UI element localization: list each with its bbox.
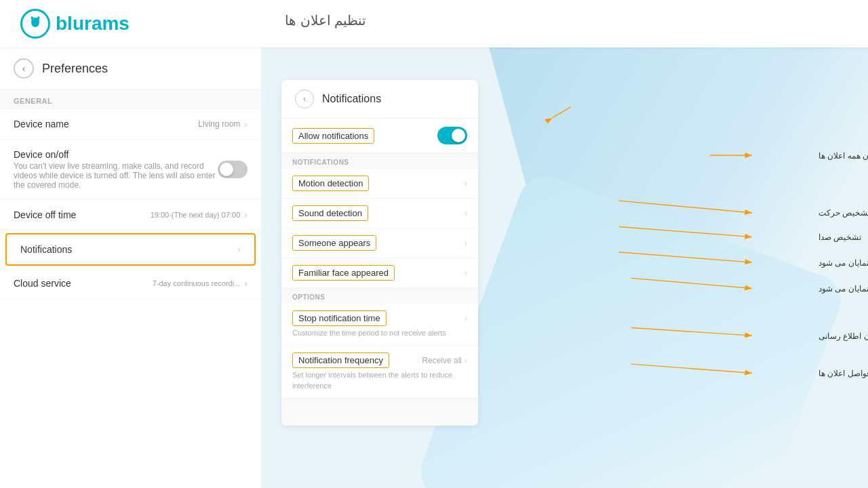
back-button[interactable]: ‹: [14, 58, 34, 79]
device-onoff-sub: You can't view live streaming, make call…: [14, 161, 218, 190]
device-onoff-label: Device on/off: [14, 149, 218, 160]
chevron-icon: ›: [237, 244, 241, 255]
panel-header: ‹ Preferences: [0, 47, 261, 90]
allow-notifications-label: Allow notifications: [292, 128, 374, 144]
top-heading-persian: تنظیم اعلان ها: [285, 12, 366, 28]
svg-line-7: [619, 201, 752, 213]
allow-notifications-row[interactable]: Allow notifications: [281, 119, 478, 153]
chevron-icon: ›: [465, 314, 467, 323]
notification-frequency-row[interactable]: Notification frequency Receive all › Set…: [281, 346, 478, 399]
chevron-icon: ›: [465, 239, 467, 248]
cloud-service-value: 7-day continuous recordi...: [153, 279, 241, 287]
chevron-icon: ›: [244, 278, 248, 289]
svg-line-9: [619, 227, 752, 237]
device-off-time-value: 19:00-(The next day) 07:00: [151, 211, 241, 219]
chevron-icon: ›: [465, 268, 467, 278]
menu-item-device-name[interactable]: Device name Living room ›: [0, 109, 261, 140]
menu-item-cloud-service[interactable]: Cloud service 7-day continuous recordi..…: [0, 268, 261, 299]
svg-text:تنظیم فواصل اعلان ها: تنظیم فواصل اعلان ها: [818, 369, 868, 378]
notifications-card: ‹ Notifications Allow notifications NOTI…: [281, 80, 478, 426]
familiar-face-label: Familiar face appeared: [292, 265, 395, 281]
svg-line-13: [631, 278, 752, 288]
cloud-service-label: Cloud service: [14, 278, 71, 289]
device-off-time-label: Device off time: [14, 209, 76, 220]
sound-detection-label: Sound detection: [292, 205, 368, 221]
svg-text:تشخیص حرکت: تشخیص حرکت: [818, 208, 868, 218]
notifications-label: Notifications: [20, 244, 72, 255]
device-name-value: Living room: [198, 119, 240, 129]
notif-card-header: ‹ Notifications: [281, 80, 478, 119]
chevron-icon: ›: [465, 356, 467, 365]
svg-text:شخصی نمایان می شود: شخصی نمایان می شود: [818, 258, 868, 268]
stop-notification-time-label: Stop notification time: [292, 310, 387, 326]
options-section-label: OPTIONS: [281, 288, 478, 304]
notification-frequency-sub: Set longer intervals between the alerts …: [292, 370, 467, 391]
stop-notification-time-row[interactable]: Stop notification time › Customize the t…: [281, 304, 478, 346]
empty-row: [281, 399, 478, 426]
menu-item-notifications[interactable]: Notifications ›: [5, 233, 256, 266]
svg-line-17: [631, 364, 752, 373]
general-section-label: GENERAL: [0, 90, 261, 109]
motion-detection-row[interactable]: Motion detection ›: [281, 169, 478, 199]
svg-text:تشخیص صدا: تشخیص صدا: [818, 232, 861, 242]
menu-item-device-off-time[interactable]: Device off time 19:00-(The next day) 07:…: [0, 200, 261, 230]
svg-text:فعال شدن همه اعلان ها: فعال شدن همه اعلان ها: [818, 151, 868, 160]
menu-item-device-onoff[interactable]: Device on/off You can't view live stream…: [0, 140, 261, 200]
someone-appears-label: Someone appears: [292, 235, 376, 251]
chevron-icon: ›: [465, 209, 467, 218]
left-panel: ‹ Preferences GENERAL Device name Living…: [0, 47, 261, 488]
notification-frequency-label: Notification frequency: [292, 352, 389, 368]
logo-icon: [20, 9, 50, 39]
notif-card-title: Notifications: [322, 93, 381, 105]
logo: blurams: [20, 9, 130, 39]
svg-line-19: [553, 107, 571, 118]
stop-notification-time-sub: Customize the time period to not receive…: [292, 328, 467, 338]
notification-frequency-value: Receive all: [422, 356, 462, 365]
right-panel: ToOm ‹ Notifications Allow notifications…: [261, 47, 868, 488]
familiar-face-row[interactable]: Familiar face appeared ›: [281, 258, 478, 288]
sound-detection-row[interactable]: Sound detection ›: [281, 199, 478, 228]
chevron-icon: ›: [244, 119, 248, 129]
main-content: ‹ Preferences GENERAL Device name Living…: [0, 47, 868, 488]
chevron-icon: ›: [465, 179, 467, 188]
chevron-icon: ›: [244, 209, 248, 220]
svg-text:چهره آشنا نمایان می شود: چهره آشنا نمایان می شود: [818, 283, 868, 293]
someone-appears-row[interactable]: Someone appears ›: [281, 228, 478, 258]
svg-line-15: [631, 328, 752, 336]
svg-line-11: [619, 252, 752, 262]
logo-text: blurams: [56, 13, 130, 35]
panel-title: Preferences: [42, 62, 108, 76]
svg-text:توقف زمان اطلاع رسانی: توقف زمان اطلاع رسانی: [818, 331, 868, 341]
device-name-label: Device name: [14, 119, 69, 129]
notifications-section-label: NOTIFICATIONS: [281, 153, 478, 169]
app-header: blurams: [0, 0, 868, 47]
motion-detection-label: Motion detection: [292, 176, 369, 191]
device-onoff-toggle[interactable]: [218, 161, 248, 178]
allow-notifications-toggle[interactable]: [437, 127, 467, 144]
notif-back-button[interactable]: ‹: [295, 89, 314, 108]
